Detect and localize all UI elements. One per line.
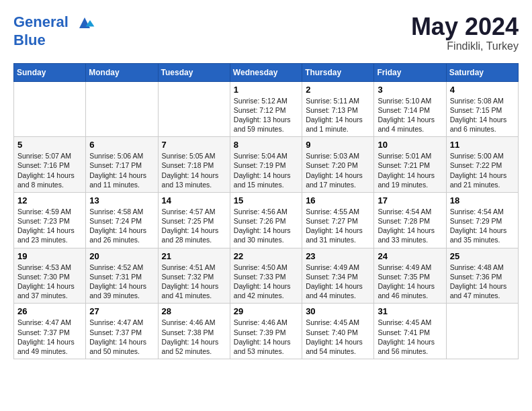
day-number: 10 <box>378 140 442 150</box>
weekday-header: Thursday <box>302 63 374 81</box>
day-number: 1 <box>234 85 298 95</box>
calendar-week-row: 1Sunrise: 5:12 AM Sunset: 7:12 PM Daylig… <box>14 81 519 137</box>
calendar-cell: 30Sunrise: 4:45 AM Sunset: 7:40 PM Dayli… <box>302 304 374 359</box>
day-number: 9 <box>306 140 370 150</box>
calendar-cell <box>86 81 158 137</box>
day-number: 14 <box>162 195 226 205</box>
cell-content: Sunrise: 4:50 AM Sunset: 7:33 PM Dayligh… <box>234 263 298 301</box>
cell-content: Sunrise: 4:47 AM Sunset: 7:37 PM Dayligh… <box>17 318 82 356</box>
title-block: May 2024 Findikli, Turkey <box>411 13 519 52</box>
day-number: 18 <box>450 195 515 205</box>
day-number: 2 <box>306 85 370 95</box>
cell-content: Sunrise: 4:45 AM Sunset: 7:40 PM Dayligh… <box>306 318 370 356</box>
calendar-cell: 25Sunrise: 4:48 AM Sunset: 7:36 PM Dayli… <box>446 248 518 304</box>
calendar-cell: 1Sunrise: 5:12 AM Sunset: 7:12 PM Daylig… <box>230 81 302 137</box>
day-number: 3 <box>378 85 442 95</box>
weekday-header: Sunday <box>14 63 86 81</box>
day-number: 28 <box>162 306 226 316</box>
cell-content: Sunrise: 4:54 AM Sunset: 7:29 PM Dayligh… <box>450 207 515 245</box>
day-number: 4 <box>450 85 515 95</box>
page-header: General Blue May 2024 Findikli, Turkey <box>13 13 519 52</box>
day-number: 5 <box>17 140 82 150</box>
calendar-cell: 5Sunrise: 5:07 AM Sunset: 7:16 PM Daylig… <box>14 137 86 193</box>
calendar-cell <box>14 81 86 137</box>
day-number: 6 <box>89 140 154 150</box>
calendar-week-row: 12Sunrise: 4:59 AM Sunset: 7:23 PM Dayli… <box>14 192 519 248</box>
weekday-header-row: SundayMondayTuesdayWednesdayThursdayFrid… <box>14 63 519 81</box>
cell-content: Sunrise: 4:46 AM Sunset: 7:38 PM Dayligh… <box>162 318 226 356</box>
cell-content: Sunrise: 5:06 AM Sunset: 7:17 PM Dayligh… <box>89 151 154 189</box>
day-number: 26 <box>17 306 82 316</box>
cell-content: Sunrise: 4:51 AM Sunset: 7:32 PM Dayligh… <box>162 263 226 301</box>
cell-content: Sunrise: 5:05 AM Sunset: 7:18 PM Dayligh… <box>162 151 226 189</box>
day-number: 17 <box>378 195 442 205</box>
cell-content: Sunrise: 5:12 AM Sunset: 7:12 PM Dayligh… <box>234 96 298 134</box>
day-number: 31 <box>378 306 442 316</box>
day-number: 22 <box>234 251 298 261</box>
cell-content: Sunrise: 4:52 AM Sunset: 7:31 PM Dayligh… <box>89 263 154 301</box>
calendar-cell: 6Sunrise: 5:06 AM Sunset: 7:17 PM Daylig… <box>86 137 158 193</box>
day-number: 24 <box>378 251 442 261</box>
calendar-cell: 14Sunrise: 4:57 AM Sunset: 7:25 PM Dayli… <box>158 192 230 248</box>
logo-text: General <box>13 13 95 32</box>
calendar-cell: 17Sunrise: 4:54 AM Sunset: 7:28 PM Dayli… <box>374 192 446 248</box>
month-year: May 2024 <box>411 13 519 40</box>
day-number: 11 <box>450 140 515 150</box>
calendar-cell: 4Sunrise: 5:08 AM Sunset: 7:15 PM Daylig… <box>446 81 518 137</box>
day-number: 23 <box>306 251 370 261</box>
cell-content: Sunrise: 4:53 AM Sunset: 7:30 PM Dayligh… <box>17 263 82 301</box>
weekday-header: Monday <box>86 63 158 81</box>
calendar-cell: 11Sunrise: 5:00 AM Sunset: 7:22 PM Dayli… <box>446 137 518 193</box>
calendar-cell: 21Sunrise: 4:51 AM Sunset: 7:32 PM Dayli… <box>158 248 230 304</box>
calendar-week-row: 19Sunrise: 4:53 AM Sunset: 7:30 PM Dayli… <box>14 248 519 304</box>
calendar-cell: 10Sunrise: 5:01 AM Sunset: 7:21 PM Dayli… <box>374 137 446 193</box>
day-number: 25 <box>450 251 515 261</box>
calendar-cell: 23Sunrise: 4:49 AM Sunset: 7:34 PM Dayli… <box>302 248 374 304</box>
cell-content: Sunrise: 5:01 AM Sunset: 7:21 PM Dayligh… <box>378 151 442 189</box>
calendar-cell: 19Sunrise: 4:53 AM Sunset: 7:30 PM Dayli… <box>14 248 86 304</box>
cell-content: Sunrise: 5:08 AM Sunset: 7:15 PM Dayligh… <box>450 96 515 134</box>
day-number: 19 <box>17 251 82 261</box>
calendar-cell: 27Sunrise: 4:47 AM Sunset: 7:37 PM Dayli… <box>86 304 158 359</box>
day-number: 12 <box>17 195 82 205</box>
calendar-cell: 20Sunrise: 4:52 AM Sunset: 7:31 PM Dayli… <box>86 248 158 304</box>
day-number: 30 <box>306 306 370 316</box>
cell-content: Sunrise: 4:58 AM Sunset: 7:24 PM Dayligh… <box>89 207 154 245</box>
calendar-cell: 2Sunrise: 5:11 AM Sunset: 7:13 PM Daylig… <box>302 81 374 137</box>
cell-content: Sunrise: 5:04 AM Sunset: 7:19 PM Dayligh… <box>234 151 298 189</box>
calendar-table: SundayMondayTuesdayWednesdayThursdayFrid… <box>13 63 519 359</box>
calendar-cell: 7Sunrise: 5:05 AM Sunset: 7:18 PM Daylig… <box>158 137 230 193</box>
cell-content: Sunrise: 5:03 AM Sunset: 7:20 PM Dayligh… <box>306 151 370 189</box>
logo-line2: Blue <box>13 32 95 48</box>
calendar-cell <box>158 81 230 137</box>
logo-icon <box>74 13 95 32</box>
weekday-header: Wednesday <box>230 63 302 81</box>
calendar-cell: 3Sunrise: 5:10 AM Sunset: 7:14 PM Daylig… <box>374 81 446 137</box>
day-number: 29 <box>234 306 298 316</box>
weekday-header: Tuesday <box>158 63 230 81</box>
cell-content: Sunrise: 4:55 AM Sunset: 7:27 PM Dayligh… <box>306 207 370 245</box>
logo: General Blue <box>13 13 95 48</box>
calendar-cell: 24Sunrise: 4:49 AM Sunset: 7:35 PM Dayli… <box>374 248 446 304</box>
calendar-cell: 15Sunrise: 4:56 AM Sunset: 7:26 PM Dayli… <box>230 192 302 248</box>
calendar-cell: 28Sunrise: 4:46 AM Sunset: 7:38 PM Dayli… <box>158 304 230 359</box>
calendar-cell: 29Sunrise: 4:46 AM Sunset: 7:39 PM Dayli… <box>230 304 302 359</box>
cell-content: Sunrise: 4:49 AM Sunset: 7:34 PM Dayligh… <box>306 263 370 301</box>
day-number: 27 <box>89 306 154 316</box>
cell-content: Sunrise: 4:45 AM Sunset: 7:41 PM Dayligh… <box>378 318 442 356</box>
calendar-cell: 22Sunrise: 4:50 AM Sunset: 7:33 PM Dayli… <box>230 248 302 304</box>
cell-content: Sunrise: 4:54 AM Sunset: 7:28 PM Dayligh… <box>378 207 442 245</box>
calendar-cell: 31Sunrise: 4:45 AM Sunset: 7:41 PM Dayli… <box>374 304 446 359</box>
cell-content: Sunrise: 4:56 AM Sunset: 7:26 PM Dayligh… <box>234 207 298 245</box>
cell-content: Sunrise: 5:11 AM Sunset: 7:13 PM Dayligh… <box>306 96 370 134</box>
cell-content: Sunrise: 5:07 AM Sunset: 7:16 PM Dayligh… <box>17 151 82 189</box>
calendar-week-row: 5Sunrise: 5:07 AM Sunset: 7:16 PM Daylig… <box>14 137 519 193</box>
cell-content: Sunrise: 4:48 AM Sunset: 7:36 PM Dayligh… <box>450 263 515 301</box>
cell-content: Sunrise: 4:46 AM Sunset: 7:39 PM Dayligh… <box>234 318 298 356</box>
day-number: 21 <box>162 251 226 261</box>
calendar-cell: 12Sunrise: 4:59 AM Sunset: 7:23 PM Dayli… <box>14 192 86 248</box>
calendar-week-row: 26Sunrise: 4:47 AM Sunset: 7:37 PM Dayli… <box>14 304 519 359</box>
cell-content: Sunrise: 5:10 AM Sunset: 7:14 PM Dayligh… <box>378 96 442 134</box>
weekday-header: Saturday <box>446 63 518 81</box>
cell-content: Sunrise: 4:49 AM Sunset: 7:35 PM Dayligh… <box>378 263 442 301</box>
